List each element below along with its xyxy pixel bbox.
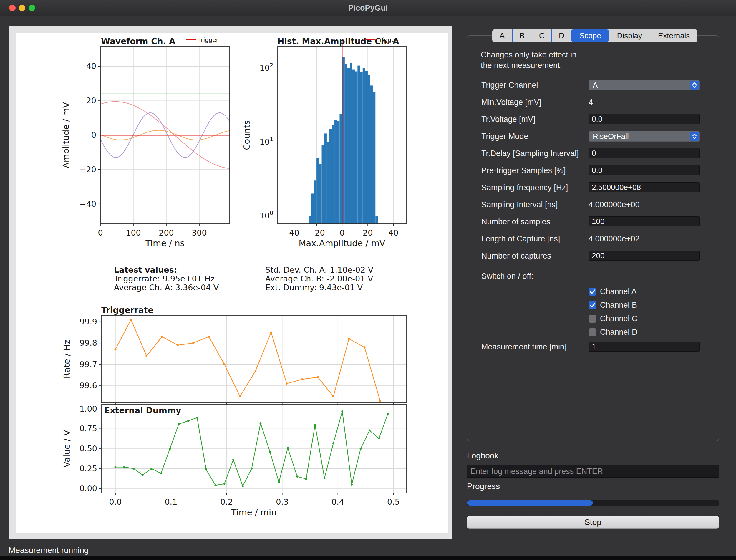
log-message-input[interactable]: [467, 465, 719, 478]
min-voltage-mv-widget: 4: [589, 97, 700, 107]
zoom-button[interactable]: [29, 5, 35, 11]
sampling-frequency-hz-label: Sampling frequency [Hz]: [481, 183, 568, 192]
svg-text:−20: −20: [79, 165, 96, 174]
pre-trigger-samples-widget: [589, 165, 700, 176]
window-title: PicoPyGui: [0, 0, 736, 16]
svg-text:300: 300: [192, 228, 207, 237]
svg-text:0: 0: [98, 228, 103, 237]
channel-c-checkbox-unchecked[interactable]: [589, 315, 596, 323]
svg-text:99.6: 99.6: [79, 381, 97, 390]
tr-delay-sampling-interval-input[interactable]: [589, 148, 700, 158]
pre-trigger-samples-input[interactable]: [589, 165, 700, 175]
check-icon: [589, 288, 596, 296]
note-line-2: the next measurement.: [481, 60, 576, 71]
close-button[interactable]: [9, 5, 16, 11]
sampling-frequency-hz-input[interactable]: [589, 182, 700, 192]
tab-externals[interactable]: Externals: [650, 29, 697, 42]
checkbox-channel-c[interactable]: Channel C: [589, 314, 638, 324]
number-of-captures-input[interactable]: [589, 251, 700, 261]
svg-text:Rate / Hz: Rate / Hz: [62, 340, 72, 379]
trigger-mode-label: Trigger Mode: [481, 132, 528, 141]
switch-on-off-label: Switch on / off:: [481, 272, 533, 281]
svg-text:External Dummy: External Dummy: [104, 406, 181, 415]
tab-d[interactable]: D: [551, 29, 571, 42]
svg-text:Max.Amplitude / mV: Max.Amplitude / mV: [299, 238, 385, 248]
trigger-channel-dropdown-button[interactable]: [690, 81, 699, 90]
checkbox-channel-a[interactable]: Channel A: [589, 286, 637, 296]
trigger-channel-widget: A: [589, 80, 700, 90]
svg-text:Trigger: Trigger: [198, 36, 219, 43]
svg-text:Value / V: Value / V: [62, 430, 72, 468]
row-number-of-captures: Number of captures: [481, 251, 714, 261]
length-of-capture-ns-label: Length of Capture [ns]: [481, 234, 560, 243]
trigger-mode-dropdown-button[interactable]: [690, 132, 699, 141]
channel-d-checkbox-unchecked[interactable]: [589, 328, 596, 336]
measurement-time-min-input[interactable]: [589, 342, 700, 352]
row-length-of-capture-ns: Length of Capture [ns]4.000000e+02: [481, 233, 714, 244]
progress-fill: [467, 500, 593, 506]
channel-d-label: Channel D: [600, 328, 638, 337]
tab-scope[interactable]: Scope: [571, 29, 609, 42]
svg-text:Triggerrate: 9.95e+01 Hz: Triggerrate: 9.95e+01 Hz: [114, 274, 215, 283]
measurement-time-min-widget: [589, 342, 700, 352]
svg-text:100: 100: [126, 228, 141, 237]
progress-label: Progress: [467, 482, 500, 491]
tab-a[interactable]: A: [492, 29, 512, 42]
stop-button[interactable]: Stop: [467, 516, 719, 529]
trigger-channel-dropdown[interactable]: A: [589, 80, 700, 90]
row-number-of-samples: Number of samples: [481, 216, 714, 227]
row-measurement-time-min: Measurement time [min]: [481, 342, 714, 352]
row-trigger-mode: Trigger ModeRiseOrFall: [481, 131, 714, 142]
svg-text:40: 40: [86, 62, 96, 71]
svg-text:20: 20: [86, 96, 96, 105]
svg-text:0.50: 0.50: [79, 444, 97, 453]
svg-text:0.4: 0.4: [331, 497, 344, 506]
note-text: Changes only take effect in the next mea…: [481, 49, 576, 71]
min-voltage-mv-label: Min.Voltage [mV]: [481, 98, 541, 107]
checkbox-channel-d[interactable]: Channel D: [589, 327, 638, 337]
svg-text:0.2: 0.2: [220, 497, 233, 506]
tab-display[interactable]: Display: [609, 29, 650, 42]
svg-text:−40: −40: [283, 228, 299, 237]
progress-bar: [467, 500, 719, 506]
row-pre-trigger-samples: Pre-trigger Samples [%]: [481, 165, 714, 176]
tr-delay-sampling-interval-widget: [589, 148, 700, 159]
row-min-voltage-mv: Min.Voltage [mV]4: [481, 97, 714, 107]
trigger-channel-label: Trigger Channel: [481, 81, 538, 90]
tr-voltage-mv-input[interactable]: [589, 114, 700, 124]
svg-text:0.0: 0.0: [109, 497, 122, 506]
svg-text:99.7: 99.7: [79, 360, 97, 369]
channel-a-checkbox-checked[interactable]: [589, 288, 596, 296]
number-of-samples-input[interactable]: [589, 216, 700, 226]
sampling-frequency-hz-widget: [589, 182, 700, 193]
measurement-time-min-label: Measurement time [min]: [481, 342, 567, 351]
channel-c-label: Channel C: [600, 314, 638, 323]
svg-text:0.25: 0.25: [79, 464, 97, 473]
svg-text:99.8: 99.8: [79, 338, 97, 347]
channel-b-checkbox-checked[interactable]: [589, 301, 596, 309]
svg-text:Average Ch. A: 3.36e-04 V: Average Ch. A: 3.36e-04 V: [114, 283, 219, 292]
tab-b[interactable]: B: [512, 29, 532, 42]
scope-settings-panel: Changes only take effect in the next mea…: [467, 35, 719, 441]
channel-a-label: Channel A: [600, 287, 637, 296]
length-of-capture-ns-widget: 4.000000e+02: [589, 233, 700, 244]
minimize-button[interactable]: [19, 5, 25, 11]
channel-b-label: Channel B: [600, 301, 637, 310]
pre-trigger-samples-label: Pre-trigger Samples [%]: [481, 166, 566, 175]
svg-text:Time / min: Time / min: [231, 507, 277, 517]
svg-text:0.1: 0.1: [165, 497, 177, 506]
svg-text:0.00: 0.00: [79, 484, 97, 493]
number-of-captures-label: Number of captures: [481, 251, 551, 260]
svg-text:Ext. Dummy: 9.43e-01 V: Ext. Dummy: 9.43e-01 V: [265, 283, 363, 292]
checkbox-channel-b[interactable]: Channel B: [589, 300, 637, 310]
tab-c[interactable]: C: [532, 29, 551, 42]
trigger-mode-dropdown[interactable]: RiseOrFall: [589, 131, 700, 142]
length-of-capture-ns-value: 4.000000e+02: [589, 234, 639, 243]
svg-text:1.00: 1.00: [79, 404, 97, 413]
tr-voltage-mv-label: Tr.Voltage [mV]: [481, 115, 536, 124]
chevron-up-down-icon: [691, 133, 698, 140]
sampling-interval-ns-label: Sampling Interval [ns]: [481, 200, 558, 209]
sampling-interval-ns-widget: 4.000000e+00: [589, 199, 700, 210]
svg-text:20: 20: [363, 228, 373, 237]
tr-voltage-mv-widget: [589, 114, 700, 125]
